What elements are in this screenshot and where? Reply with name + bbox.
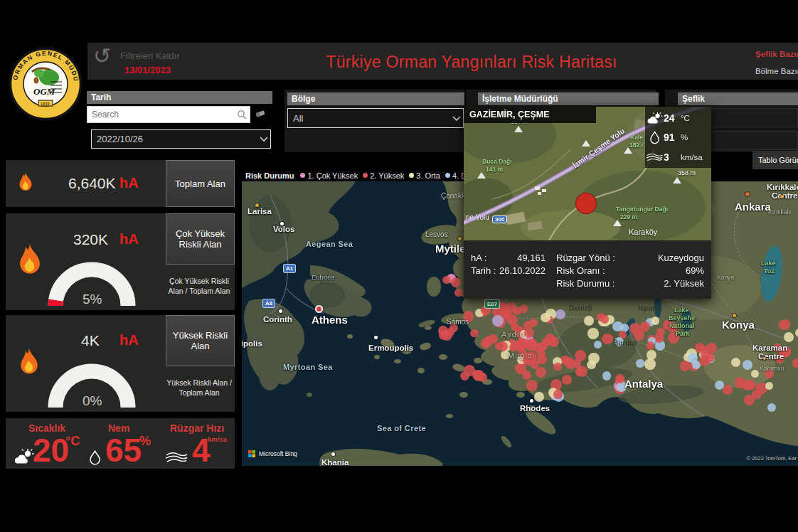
risk-dot[interactable] — [636, 359, 644, 367]
detail-label: Risk Oranı : — [556, 265, 605, 276]
mountain-peak-icon — [673, 177, 681, 183]
risk-dot[interactable] — [553, 390, 563, 399]
back-arrow-icon[interactable]: ↺ — [93, 44, 111, 68]
road-label-2: ne Yolu — [466, 213, 489, 221]
minimap-label: 358 m — [678, 169, 696, 176]
tooltip-wind-unit: km/sa — [681, 153, 703, 161]
risk-dot[interactable] — [587, 361, 595, 369]
detail-value: 49,161 — [496, 252, 546, 263]
legend-dot-icon — [363, 173, 368, 178]
risk-dot[interactable] — [495, 342, 503, 350]
map-label: Kırıkkale — [768, 208, 792, 216]
tooltip-wind: 3 — [664, 151, 681, 163]
mountain-peak-icon — [624, 147, 632, 154]
bolme-bazinda-link[interactable]: Bölme Bazın — [755, 67, 798, 75]
risk-dot[interactable] — [594, 341, 602, 349]
kpi-unit: hA — [119, 332, 139, 349]
map-label: Sámos — [447, 318, 469, 326]
temp-unit: °C — [65, 434, 80, 449]
temp-value: 20 — [33, 434, 69, 467]
risk-dot[interactable] — [534, 392, 544, 402]
fire-icon — [14, 171, 37, 198]
yuksek-riskli-alan-button[interactable]: Yüksek Riskli Alan — [166, 315, 235, 366]
risk-legend: Risk Durumu 1. Çok Yüksek2. Yüksek3. Ort… — [245, 170, 483, 181]
eraser-icon[interactable] — [255, 109, 266, 119]
tooltip-weather-panel: 24 °C 91 % 3 km/sa — [645, 107, 711, 168]
city-marker-icon — [280, 222, 284, 225]
risk-dot[interactable] — [701, 351, 709, 359]
map-label: Karaman — [760, 365, 784, 372]
legend-dot-icon — [300, 173, 305, 178]
risk-dot[interactable] — [584, 316, 594, 326]
cok-yuksek-riskli-alan-button[interactable]: Çok Yüksek Riskli Alan — [166, 213, 235, 265]
tooltip-humidity-unit: % — [681, 133, 688, 142]
mountain-peak-icon — [477, 172, 486, 179]
map-label: Centre — [758, 352, 784, 361]
fire-icon — [14, 346, 45, 383]
risk-dot[interactable] — [779, 319, 789, 330]
weather-card: Sıcaklık Nem Rüzgar Hızı 20 °C 65 % km/s… — [6, 418, 235, 469]
search-input[interactable] — [87, 110, 235, 119]
risk-dot[interactable] — [743, 360, 752, 370]
filter-header-bolge: Bölge — [287, 92, 464, 105]
map-label: Lake — [761, 260, 776, 267]
tarih-dropdown[interactable]: 2022/10/26 — [91, 129, 271, 149]
risk-dot[interactable] — [454, 289, 462, 297]
tooltip-temp: 24 — [664, 112, 681, 124]
bing-attribution: Microsoft Bing — [248, 450, 297, 457]
risk-dot[interactable] — [647, 341, 654, 349]
city-marker-icon — [255, 203, 259, 207]
risk-dot[interactable] — [644, 358, 655, 369]
filter-header-seflik: Şeflik — [678, 92, 798, 105]
map-label: Rhodes — [520, 404, 550, 413]
risk-dot[interactable] — [612, 321, 622, 331]
map-label: Kırıkkale — [767, 183, 798, 191]
risk-dot[interactable] — [531, 360, 539, 368]
map-label: Lesvos — [425, 230, 448, 238]
risk-dot[interactable] — [792, 358, 798, 367]
legend-dot-icon — [445, 173, 450, 178]
map-label: Tuz — [764, 267, 775, 275]
risk-dot[interactable] — [553, 363, 561, 371]
map-label: Khania — [321, 458, 349, 466]
risk-dot[interactable] — [744, 395, 755, 405]
bolge-dropdown-value: All — [288, 113, 450, 124]
toplam-alan-button[interactable]: Toplam Alan — [166, 160, 235, 207]
clear-filters-button[interactable]: Filtreleri Kaldır — [120, 50, 180, 61]
risk-dot[interactable] — [587, 328, 599, 339]
risk-dot[interactable] — [715, 381, 724, 390]
risk-dot[interactable] — [784, 332, 794, 342]
legend-item[interactable]: 2. Yüksek — [363, 171, 404, 180]
risk-dot[interactable] — [537, 349, 546, 358]
risk-dot[interactable] — [541, 313, 550, 322]
detail-label: Rüzgar Yönü : — [556, 252, 615, 263]
legend-label: 1. Çok Yüksek — [307, 171, 358, 180]
legend-item[interactable]: 3. Orta — [409, 171, 440, 180]
humidity-unit: % — [139, 434, 151, 449]
risk-dot[interactable] — [526, 380, 537, 390]
detail-label: hA : — [471, 252, 486, 263]
kpi-unit: hA — [119, 231, 139, 248]
risk-dot[interactable] — [555, 309, 565, 319]
risk-dot[interactable] — [509, 344, 517, 351]
detail-label: Risk Durumu : — [556, 278, 615, 289]
bolge-dropdown[interactable]: All — [287, 108, 464, 128]
risk-dot[interactable] — [575, 368, 584, 376]
map-tooltip-popup: İzmir-Çeşme Yolu ne Yolu 300 167 mBuca D… — [464, 107, 711, 299]
legend-dot-icon — [409, 173, 414, 178]
minimap-label: Karaköy — [629, 228, 657, 236]
map-label: Larisa — [248, 207, 272, 216]
legend-item[interactable]: 1. Çok Yüksek — [300, 171, 358, 180]
city-marker-icon — [316, 307, 321, 312]
city-marker-icon — [780, 195, 784, 198]
road-shield-icon: A1 — [283, 264, 296, 273]
risk-dot[interactable] — [602, 334, 613, 345]
risk-dot[interactable] — [601, 315, 609, 323]
table-view-button[interactable]: Tablo Görün — [752, 151, 798, 169]
risk-dot[interactable] — [742, 380, 753, 391]
risk-dot[interactable] — [615, 374, 624, 383]
risk-dot[interactable] — [442, 276, 451, 284]
risk-dot[interactable] — [562, 375, 572, 385]
map-label: Ankara — [735, 201, 771, 213]
seflik-bazinda-link[interactable]: Şeflik Bazın — [755, 50, 798, 58]
